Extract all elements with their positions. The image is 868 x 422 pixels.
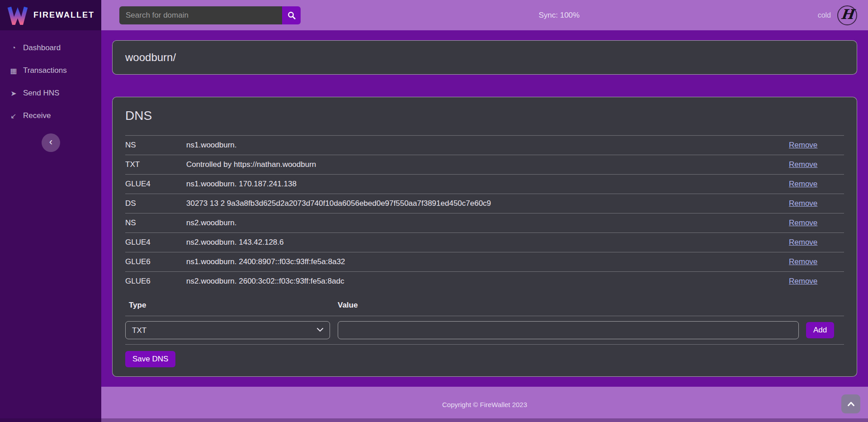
dns-record-value: ns2.woodburn. 2600:3c02::f03c:93ff:fe5a:…: [183, 272, 785, 291]
sidebar-item-label: Transactions: [23, 66, 67, 75]
copyright-text: Copyright © FireWallet 2023: [442, 401, 527, 408]
dns-card-title: DNS: [125, 109, 844, 123]
topbar: Sync: 100% cold H: [101, 0, 868, 30]
sidebar-item-label: Receive: [23, 111, 51, 120]
remove-record-link[interactable]: Remove: [789, 199, 817, 208]
sync-status: Sync: 100%: [301, 11, 818, 20]
sidebar-item-transactions[interactable]: ▦ Transactions: [0, 59, 101, 82]
remove-record-link[interactable]: Remove: [789, 277, 817, 285]
transactions-table-icon: ▦: [9, 66, 18, 75]
remove-record-link[interactable]: Remove: [789, 141, 817, 149]
handshake-icon[interactable]: H: [837, 5, 857, 25]
dns-record-type: GLUE4: [125, 175, 183, 194]
sidebar-collapse-button[interactable]: ‹: [42, 133, 60, 152]
wallet-mode-badge: cold: [818, 11, 831, 19]
dns-record-row: DS 30273 13 2 9a3a8fb3d625d2a2073d740f10…: [125, 194, 844, 213]
form-controls-row: TXT Add: [125, 316, 844, 345]
dns-record-value: ns1.woodburn. 2400:8907::f03c:93ff:fe5a:…: [183, 252, 785, 272]
dns-record-row: GLUE4 ns2.woodburn. 143.42.128.6 Remove: [125, 233, 844, 252]
form-header-row: Type Value: [125, 291, 844, 316]
dns-record-value: ns1.woodburn. 170.187.241.138: [183, 175, 785, 194]
remove-record-link[interactable]: Remove: [789, 160, 817, 169]
firewallet-w-logo-icon: [7, 6, 28, 25]
dns-record-value: ns2.woodburn.: [183, 213, 785, 233]
footer: Copyright © FireWallet 2023: [101, 387, 868, 422]
dns-record-value: 30273 13 2 9a3a8fb3d625d2a2073d740f10da6…: [183, 194, 785, 213]
remove-record-link[interactable]: Remove: [789, 180, 817, 188]
sidebar-item-send-hns[interactable]: ➤ Send HNS: [0, 82, 101, 104]
dns-record-value: Controlled by https://nathan.woodburn: [183, 155, 785, 175]
main-content: woodburn/ DNS NS ns1.woodburn. Remove TX…: [101, 30, 868, 387]
domain-search: [119, 6, 301, 24]
dns-card: DNS NS ns1.woodburn. Remove TXT Controll…: [112, 97, 857, 377]
sidebar-item-receive[interactable]: ↙ Receive: [0, 104, 101, 127]
dns-record-type: GLUE6: [125, 272, 183, 291]
domain-card: woodburn/: [112, 40, 857, 75]
record-value-input[interactable]: [338, 321, 799, 339]
domain-title: woodburn/: [125, 51, 844, 64]
dns-record-type: NS: [125, 213, 183, 233]
remove-record-link[interactable]: Remove: [789, 218, 817, 227]
chevron-left-icon: ‹: [49, 137, 52, 147]
dns-add-record-form: Type Value TXT: [125, 291, 844, 345]
dns-record-type: TXT: [125, 155, 183, 175]
scroll-to-top-button[interactable]: [841, 394, 860, 413]
dns-record-row: TXT Controlled by https://nathan.woodbur…: [125, 155, 844, 175]
record-type-select-wrap: TXT: [125, 321, 330, 339]
dns-record-row: GLUE6 ns1.woodburn. 2400:8907::f03c:93ff…: [125, 252, 844, 272]
add-record-button[interactable]: Add: [806, 322, 834, 338]
search-icon: [288, 11, 296, 19]
dns-record-type: NS: [125, 136, 183, 155]
value-column-header: Value: [334, 291, 802, 316]
save-dns-button[interactable]: Save DNS: [125, 351, 175, 367]
type-column-header: Type: [125, 291, 334, 316]
brand-name: FIREWALLET: [33, 10, 94, 20]
dns-record-row: NS ns1.woodburn. Remove: [125, 136, 844, 155]
record-type-select[interactable]: TXT: [125, 321, 330, 339]
dashboard-gauge-icon: ◔: [9, 44, 18, 52]
receive-arrow-icon: ↙: [9, 112, 18, 120]
sidebar-item-dashboard[interactable]: ◔ Dashboard: [0, 37, 101, 59]
dns-record-row: GLUE4 ns1.woodburn. 170.187.241.138 Remo…: [125, 175, 844, 194]
dns-record-type: GLUE4: [125, 233, 183, 252]
dns-record-row: GLUE6 ns2.woodburn. 2600:3c02::f03c:93ff…: [125, 272, 844, 291]
remove-record-link[interactable]: Remove: [789, 257, 817, 266]
dns-record-type: DS: [125, 194, 183, 213]
dns-record-value: ns2.woodburn. 143.42.128.6: [183, 233, 785, 252]
dns-record-type: GLUE6: [125, 252, 183, 272]
send-icon: ➤: [9, 89, 18, 98]
chevron-up-icon: [847, 401, 855, 407]
sidebar-item-label: Dashboard: [23, 43, 61, 52]
dns-record-value: ns1.woodburn.: [183, 136, 785, 155]
sidebar-nav: ◔ Dashboard ▦ Transactions ➤ Send HNS ↙ …: [0, 30, 101, 133]
dns-records-table: NS ns1.woodburn. Remove TXT Controlled b…: [125, 135, 844, 291]
remove-record-link[interactable]: Remove: [789, 238, 817, 247]
brand[interactable]: FIREWALLET: [0, 0, 101, 30]
dns-record-row: NS ns2.woodburn. Remove: [125, 213, 844, 233]
search-input[interactable]: [119, 6, 282, 24]
sidebar: FIREWALLET ◔ Dashboard ▦ Transactions ➤ …: [0, 0, 101, 422]
sidebar-item-label: Send HNS: [23, 89, 59, 98]
search-button[interactable]: [282, 6, 301, 24]
